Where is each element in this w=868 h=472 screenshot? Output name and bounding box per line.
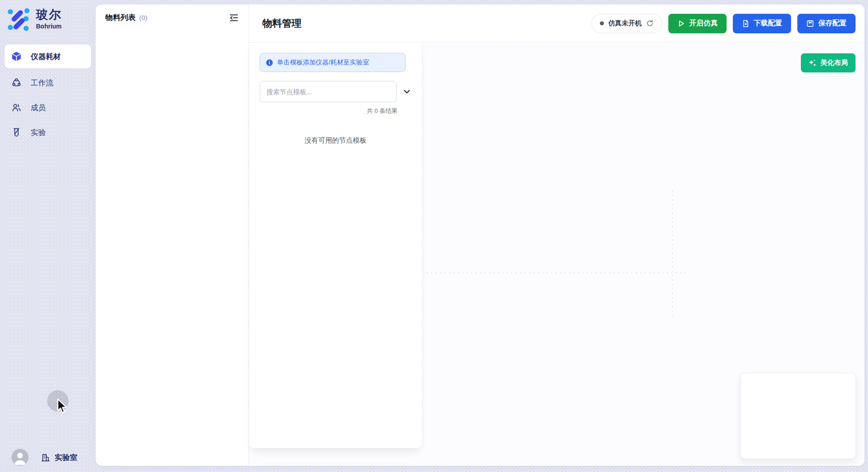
app-screen: 玻尔 Bohrium 仪器耗材 — [0, 0, 868, 472]
node-template-palette: 单击模板添加仪器/耗材至实验室 共 0 条结果 没有可用的节点模板 — [249, 43, 422, 448]
hint-banner: 单击模板添加仪器/耗材至实验室 — [260, 53, 406, 72]
status-dot-icon — [600, 21, 604, 25]
sidebar-item-label: 成员 — [31, 103, 46, 113]
building-icon — [40, 452, 51, 463]
page-title: 物料管理 — [262, 17, 301, 30]
content-card: 物料列表 (0) 物料管理 仿真未开机 — [96, 4, 864, 466]
vertical-guide-line — [672, 191, 673, 318]
bohrium-logo-icon — [7, 7, 31, 31]
members-icon — [11, 102, 22, 113]
sidebar-item-experiment[interactable]: 实验 — [0, 120, 96, 145]
workflow-icon — [11, 77, 22, 88]
material-list-count: (0) — [139, 14, 147, 21]
beautify-layout-button[interactable]: 美化布局 — [801, 53, 856, 72]
material-list-header: 物料列表 (0) — [105, 12, 239, 23]
brand-name-cn: 玻尔 — [36, 8, 62, 22]
experiment-icon — [11, 127, 22, 138]
save-config-button[interactable]: 保存配置 — [797, 14, 856, 33]
template-search-row — [260, 81, 411, 102]
material-list-title: 物料列表 — [105, 12, 136, 23]
sidebar-footer: 实验室 — [0, 449, 96, 466]
sidebar-item-label: 仪器耗材 — [31, 52, 61, 62]
search-input[interactable] — [260, 81, 397, 102]
download-config-label: 下载配置 — [754, 19, 782, 28]
file-download-icon — [742, 20, 750, 28]
flow-canvas[interactable]: 单击模板添加仪器/耗材至实验室 共 0 条结果 没有可用的节点模板 — [249, 43, 864, 466]
lab-label: 实验室 — [55, 452, 77, 463]
horizontal-guide-line — [427, 272, 687, 273]
save-config-label: 保存配置 — [818, 19, 847, 28]
start-simulation-label: 开启仿真 — [689, 19, 718, 28]
sidebar-item-members[interactable]: 成员 — [0, 95, 96, 120]
page-header: 物料管理 仿真未开机 — [249, 4, 864, 43]
brand-text: 玻尔 Bohrium — [36, 8, 62, 30]
hint-banner-text: 单击模板添加仪器/耗材至实验室 — [277, 58, 369, 67]
info-icon — [266, 59, 273, 66]
brand-name-en: Bohrium — [36, 23, 62, 30]
status-text: 仿真未开机 — [608, 19, 642, 28]
sidebar-item-label: 工作流 — [31, 78, 53, 88]
cube-icon — [11, 51, 22, 62]
start-simulation-button[interactable]: 开启仿真 — [668, 14, 727, 33]
sidebar-item-workflow[interactable]: 工作流 — [0, 70, 96, 95]
material-list-panel: 物料列表 (0) — [96, 4, 249, 466]
play-icon — [677, 20, 685, 28]
result-count: 共 0 条结果 — [260, 107, 398, 115]
empty-state-text: 没有可用的节点模板 — [260, 136, 411, 145]
sidebar-item-instruments[interactable]: 仪器耗材 — [4, 44, 91, 68]
chevron-down-icon[interactable] — [402, 87, 411, 96]
beautify-layout-label: 美化布局 — [820, 58, 848, 68]
refresh-icon[interactable] — [646, 20, 654, 27]
mouse-cursor — [56, 399, 68, 415]
minimap[interactable] — [740, 373, 856, 459]
sidebar-nav: 仪器耗材 工作流 — [0, 44, 96, 145]
sidebar-item-label: 实验 — [31, 128, 46, 138]
download-config-button[interactable]: 下载配置 — [733, 14, 791, 33]
sparkles-icon — [808, 59, 817, 67]
collapse-panel-button[interactable] — [229, 13, 239, 23]
avatar[interactable] — [12, 449, 28, 466]
simulation-status-pill: 仿真未开机 — [591, 14, 662, 33]
lab-switcher[interactable]: 实验室 — [40, 452, 77, 463]
brand-logo: 玻尔 Bohrium — [0, 0, 96, 31]
save-icon — [806, 20, 814, 28]
main-panel: 物料管理 仿真未开机 — [249, 4, 864, 466]
